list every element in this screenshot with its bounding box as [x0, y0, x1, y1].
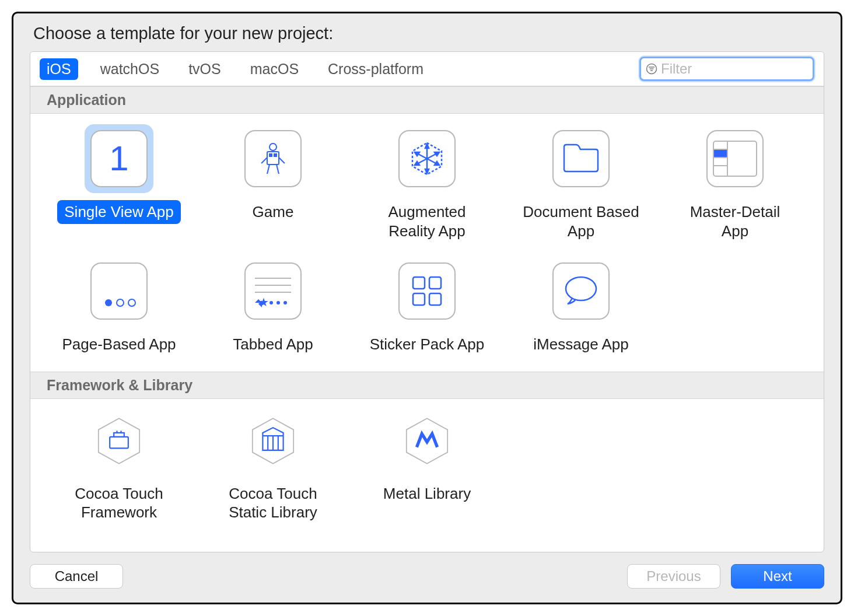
svg-line-9 — [267, 164, 270, 174]
svg-line-7 — [261, 158, 267, 163]
svg-marker-20 — [425, 144, 429, 148]
framework-grid: Cocoa Touch Framework Cocoa Touch Static… — [30, 399, 824, 540]
template-label: Metal Library — [376, 482, 478, 506]
dialog-heading: Choose a template for your new project: — [33, 24, 824, 43]
svg-point-32 — [105, 299, 112, 306]
template-label: Page-Based App — [55, 332, 183, 356]
page-based-icon — [90, 262, 148, 320]
template-label: Document Based App — [514, 200, 648, 243]
tab-ios[interactable]: iOS — [40, 58, 78, 80]
svg-point-34 — [128, 299, 135, 306]
filter-field-wrap[interactable] — [639, 57, 814, 81]
svg-marker-22 — [415, 152, 419, 156]
template-cocoa-touch-static-library[interactable]: Cocoa Touch Static Library — [196, 410, 350, 524]
svg-point-44 — [276, 301, 280, 304]
template-sticker-pack-app[interactable]: Sticker Pack App — [350, 257, 504, 356]
tab-macos[interactable]: macOS — [243, 58, 306, 80]
template-game[interactable]: Game — [196, 124, 350, 243]
svg-point-33 — [117, 299, 124, 306]
static-library-icon — [247, 415, 299, 467]
svg-marker-21 — [425, 169, 429, 173]
svg-rect-26 — [713, 141, 757, 176]
svg-rect-49 — [429, 293, 441, 305]
document-icon — [552, 130, 610, 187]
platform-tabbar: iOS watchOS tvOS macOS Cross-platform — [30, 52, 824, 86]
template-label: Sticker Pack App — [363, 332, 492, 356]
filter-input[interactable] — [661, 61, 808, 77]
single-view-icon: 1 — [90, 130, 148, 187]
svg-rect-47 — [429, 277, 441, 289]
framework-icon — [93, 415, 145, 467]
template-label: Cocoa Touch Static Library — [206, 482, 340, 524]
template-label: Augmented Reality App — [360, 200, 494, 243]
svg-point-50 — [566, 277, 596, 300]
template-augmented-reality-app[interactable]: Augmented Reality App — [350, 124, 504, 243]
filter-icon — [646, 62, 657, 75]
svg-marker-23 — [435, 152, 439, 156]
svg-rect-48 — [413, 293, 425, 305]
template-document-based-app[interactable]: Document Based App — [504, 124, 658, 243]
template-page-based-app[interactable]: Page-Based App — [42, 257, 196, 356]
dialog-footer: Cancel Previous Next — [30, 552, 824, 589]
svg-point-45 — [284, 301, 287, 304]
svg-line-10 — [276, 164, 279, 174]
tab-tvos[interactable]: tvOS — [181, 58, 228, 80]
svg-point-5 — [270, 144, 276, 150]
application-grid: 1 Single View App Game Augmented Reality… — [30, 114, 824, 372]
game-icon — [244, 130, 302, 187]
tabbed-icon: ★ — [244, 262, 302, 320]
template-label: Master-Detail App — [668, 200, 802, 243]
tab-cross-platform[interactable]: Cross-platform — [321, 58, 430, 80]
svg-rect-46 — [413, 277, 425, 289]
section-header-application: Application — [30, 86, 824, 114]
master-detail-icon — [706, 130, 764, 187]
svg-rect-11 — [270, 154, 272, 156]
template-imessage-app[interactable]: iMessage App — [504, 257, 658, 356]
tab-watchos[interactable]: watchOS — [93, 58, 166, 80]
imessage-icon — [552, 262, 610, 320]
template-label: iMessage App — [526, 332, 635, 356]
metal-icon — [401, 415, 453, 467]
svg-point-43 — [270, 301, 273, 304]
template-master-detail-app[interactable]: Master-Detail App — [658, 124, 812, 243]
new-project-dialog: Choose a template for your new project: … — [12, 12, 842, 604]
template-label: Cocoa Touch Framework — [52, 482, 186, 524]
section-header-framework: Framework & Library — [30, 372, 824, 399]
template-label: Game — [246, 200, 301, 224]
svg-line-8 — [279, 158, 285, 163]
svg-rect-12 — [274, 154, 276, 156]
svg-text:1: 1 — [109, 139, 128, 178]
template-label: Single View App — [57, 200, 180, 224]
template-cocoa-touch-framework[interactable]: Cocoa Touch Framework — [42, 410, 196, 524]
svg-rect-31 — [714, 150, 727, 157]
template-label: Tabbed App — [226, 332, 320, 356]
next-button[interactable]: Next — [731, 564, 824, 589]
svg-marker-25 — [435, 162, 439, 165]
template-single-view-app[interactable]: 1 Single View App — [42, 124, 196, 243]
previous-button[interactable]: Previous — [627, 564, 720, 589]
svg-marker-51 — [99, 418, 139, 463]
svg-marker-24 — [415, 162, 419, 165]
template-panel: iOS watchOS tvOS macOS Cross-platform Ap… — [30, 51, 824, 552]
template-metal-library[interactable]: Metal Library — [350, 410, 504, 524]
template-tabbed-app[interactable]: ★ Tabbed App — [196, 257, 350, 356]
svg-text:★: ★ — [258, 296, 269, 309]
cancel-button[interactable]: Cancel — [30, 564, 123, 589]
ar-icon — [398, 130, 456, 187]
sticker-icon — [398, 262, 456, 320]
